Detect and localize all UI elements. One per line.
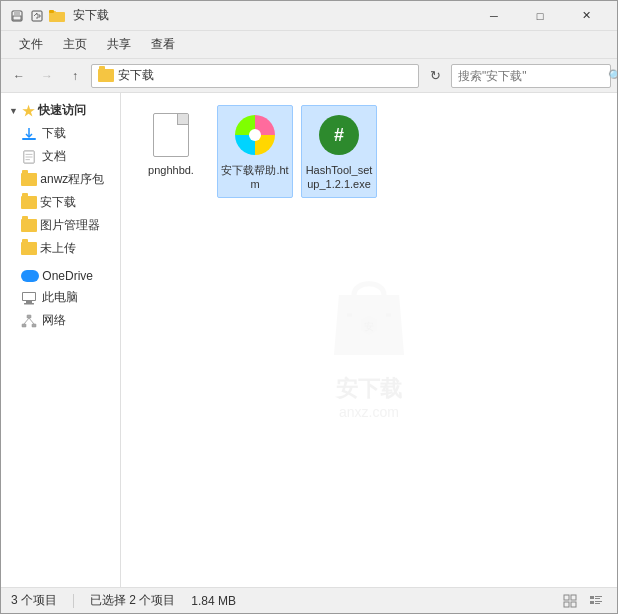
star-icon: ★: [22, 103, 35, 119]
undo-icon[interactable]: [29, 8, 45, 24]
sidebar-item-onedrive[interactable]: OneDrive: [3, 266, 118, 286]
anxz-label: 安下载: [40, 194, 76, 211]
search-icon[interactable]: 🔍: [608, 69, 618, 83]
photo-label: 图片管理器: [40, 217, 100, 234]
maximize-button[interactable]: □: [517, 1, 563, 31]
quick-access-header[interactable]: ▼ ★ 快速访问: [1, 99, 120, 122]
svg-rect-26: [571, 602, 576, 607]
file-label-pnghhbd: pnghhbd.: [148, 163, 194, 177]
title-controls: ─ □ ✕: [471, 1, 609, 31]
watermark-subtext: anxz.com: [339, 404, 399, 420]
quick-access-label: 快速访问: [38, 102, 86, 119]
sidebar-item-anxz[interactable]: 安下载: [3, 191, 118, 214]
computer-icon: [21, 291, 37, 305]
menu-file[interactable]: 文件: [9, 32, 53, 57]
up-button[interactable]: ↑: [63, 64, 87, 88]
path-folder-icon: [98, 69, 114, 82]
thispc-label: 此电脑: [42, 289, 78, 306]
svg-rect-30: [590, 601, 594, 604]
generic-file-icon: [153, 113, 189, 157]
sidebar-item-network[interactable]: 网络: [3, 309, 118, 332]
svg-rect-1: [14, 11, 20, 15]
svg-rect-2: [13, 16, 21, 20]
onedrive-icon: [21, 270, 39, 282]
photo-app-icon: [235, 115, 275, 155]
refresh-button[interactable]: ↻: [423, 64, 447, 88]
file-icon-pnghhbd: [147, 111, 195, 159]
file-label-exe: HashTool_setup_1.2.1.exe: [305, 163, 373, 192]
watermark: 安 安下载 anxz.com: [319, 260, 419, 420]
menu-view[interactable]: 查看: [141, 32, 185, 57]
sidebar: ▼ ★ 快速访问 下载 文档: [1, 93, 121, 587]
main-area: ▼ ★ 快速访问 下载 文档: [1, 93, 617, 587]
watermark-text: 安下载: [336, 374, 402, 404]
menu-share[interactable]: 共享: [97, 32, 141, 57]
files-grid: pnghhbd. 安下载帮助.htm # HashTool_setup_1.2.…: [133, 105, 605, 198]
view-details[interactable]: [585, 591, 607, 611]
svg-rect-17: [27, 315, 31, 318]
file-item-htm[interactable]: 安下载帮助.htm: [217, 105, 293, 198]
file-label-htm: 安下载帮助.htm: [221, 163, 289, 192]
file-area[interactable]: 安 安下载 anxz.com pnghhbd. 安下载帮助.htm: [121, 93, 617, 587]
separator-1: [73, 594, 74, 608]
sidebar-item-downloads[interactable]: 下载: [3, 122, 118, 145]
onedrive-label: OneDrive: [42, 269, 93, 283]
close-button[interactable]: ✕: [563, 1, 609, 31]
address-path[interactable]: 安下载: [91, 64, 419, 88]
forward-button[interactable]: →: [35, 64, 59, 88]
anzpack-label: anwz程序包: [40, 171, 104, 188]
svg-rect-28: [595, 596, 602, 597]
sidebar-item-unuploaded[interactable]: 未上传: [3, 237, 118, 260]
sidebar-item-anzpack[interactable]: anwz程序包: [3, 168, 118, 191]
file-icon-htm: [231, 111, 279, 159]
svg-rect-32: [595, 603, 600, 604]
sidebar-item-photoManager[interactable]: 图片管理器: [3, 214, 118, 237]
window-title: 安下载: [73, 7, 471, 24]
svg-rect-24: [571, 595, 576, 600]
svg-rect-29: [595, 598, 600, 599]
folder-yellow-icon: [49, 8, 65, 24]
sidebar-item-thispc[interactable]: 此电脑: [3, 286, 118, 309]
view-controls: [559, 591, 607, 611]
svg-rect-18: [22, 324, 26, 327]
svg-rect-23: [564, 595, 569, 600]
downloads-icon: [21, 127, 37, 141]
document-icon: [21, 150, 37, 164]
search-input[interactable]: [458, 69, 608, 83]
title-bar-icons: [9, 8, 65, 24]
svg-rect-7: [22, 138, 36, 140]
svg-rect-31: [595, 601, 602, 602]
back-button[interactable]: ←: [7, 64, 31, 88]
network-label: 网络: [42, 312, 66, 329]
svg-rect-15: [26, 301, 32, 303]
file-item-exe[interactable]: # HashTool_setup_1.2.1.exe: [301, 105, 377, 198]
downloads-label: 下载: [42, 125, 66, 142]
quick-access-section: ▼ ★ 快速访问 下载 文档: [1, 99, 120, 260]
menu-bar: 文件 主页 共享 查看: [1, 31, 617, 59]
hashtool-icon: #: [319, 115, 359, 155]
address-bar: ← → ↑ 安下载 ↻ 🔍: [1, 59, 617, 93]
svg-rect-14: [23, 293, 35, 300]
item-count: 3 个项目: [11, 592, 57, 609]
folder-icon-anxz: [21, 196, 37, 209]
view-large-icons[interactable]: [559, 591, 581, 611]
status-bar: 3 个项目 已选择 2 个项目 1.84 MB: [1, 587, 617, 613]
menu-home[interactable]: 主页: [53, 32, 97, 57]
file-item-pnghhbd[interactable]: pnghhbd.: [133, 105, 209, 198]
title-bar: 安下载 ─ □ ✕: [1, 1, 617, 31]
svg-rect-16: [24, 303, 34, 305]
save-icon[interactable]: [9, 8, 25, 24]
selected-count: 已选择 2 个项目: [90, 592, 175, 609]
chevron-icon: ▼: [9, 106, 18, 116]
svg-text:安: 安: [364, 321, 374, 332]
folder-icon-anzpack: [21, 173, 37, 186]
svg-rect-27: [590, 596, 594, 599]
search-box[interactable]: 🔍: [451, 64, 611, 88]
path-text: 安下载: [118, 67, 154, 84]
folder-icon-photo: [21, 219, 37, 232]
minimize-button[interactable]: ─: [471, 1, 517, 31]
network-icon: [21, 314, 37, 328]
svg-rect-19: [32, 324, 36, 327]
sidebar-item-documents[interactable]: 文档: [3, 145, 118, 168]
selected-size: 1.84 MB: [191, 594, 236, 608]
